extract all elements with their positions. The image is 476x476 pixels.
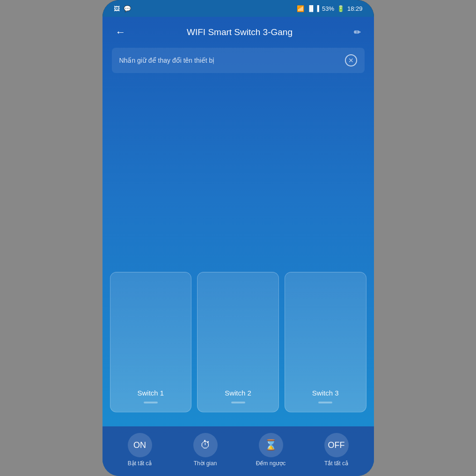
off-icon: OFF — [324, 433, 349, 457]
hint-close-button[interactable]: ✕ — [345, 54, 357, 66]
status-right: 📶 ▐▌▐ 53% 🔋 18:29 — [297, 5, 362, 12]
schedule-button[interactable]: ⏱ Thời gian — [189, 433, 222, 467]
hint-bar: Nhấn giữ để thay đổi tên thiết bị ✕ — [112, 48, 365, 73]
turn-all-off-button[interactable]: OFF Tắt tất cả — [320, 433, 353, 467]
switch-2-indicator — [231, 402, 245, 403]
edit-button[interactable]: ✏ — [350, 25, 365, 39]
wifi-icon: 📶 — [297, 5, 304, 12]
countdown-button[interactable]: ⌛ Đếm ngược — [255, 433, 287, 467]
switch-1-indicator — [144, 402, 158, 403]
turn-all-off-label: Tắt tất cả — [324, 460, 348, 467]
schedule-label: Thời gian — [194, 460, 217, 467]
turn-all-on-label: Bật tất cả — [128, 460, 152, 467]
clock-icon: ⏱ — [193, 433, 218, 457]
switch-card-2[interactable]: Switch 2 — [197, 272, 279, 412]
switch-3-indicator — [318, 402, 332, 403]
switch-1-label: Switch 1 — [137, 389, 164, 397]
battery-percent: 53% — [322, 5, 334, 12]
hint-text: Nhấn giữ để thay đổi tên thiết bị — [119, 57, 215, 64]
page-title: WIFI Smart Switch 3-Gang — [130, 27, 350, 37]
status-bar: 🖼 💬 📶 ▐▌▐ 53% 🔋 18:29 — [103, 0, 374, 17]
photo-icon: 🖼 — [114, 5, 120, 12]
bottom-bar: ON Bật tất cả ⏱ Thời gian ⌛ Đếm ngược OF… — [103, 426, 374, 476]
chat-icon: 💬 — [124, 5, 131, 12]
turn-all-on-button[interactable]: ON Bật tất cả — [124, 433, 156, 467]
hourglass-icon: ⌛ — [259, 433, 283, 457]
switch-2-label: Switch 2 — [225, 389, 251, 397]
back-button[interactable]: ← — [112, 24, 130, 40]
switch-card-1[interactable]: Switch 1 — [110, 272, 192, 412]
switch-card-3[interactable]: Switch 3 — [285, 272, 366, 412]
close-icon: ✕ — [348, 57, 354, 64]
clock-time: 18:29 — [347, 5, 363, 12]
switch-3-label: Switch 3 — [312, 389, 339, 397]
countdown-label: Đếm ngược — [256, 460, 286, 467]
top-bar: ← WIFI Smart Switch 3-Gang ✏ — [103, 17, 374, 48]
app-screen: ← WIFI Smart Switch 3-Gang ✏ Nhấn giữ để… — [103, 17, 374, 476]
on-icon: ON — [128, 433, 152, 457]
signal-bars-icon: ▐▌▐ — [307, 5, 319, 12]
battery-icon: 🔋 — [337, 5, 344, 12]
phone-frame: 🖼 💬 📶 ▐▌▐ 53% 🔋 18:29 ← WIFI Smart Switc… — [103, 0, 374, 476]
switches-area: Switch 1 Switch 2 Switch 3 — [103, 78, 374, 426]
status-left-icons: 🖼 💬 — [114, 5, 131, 12]
